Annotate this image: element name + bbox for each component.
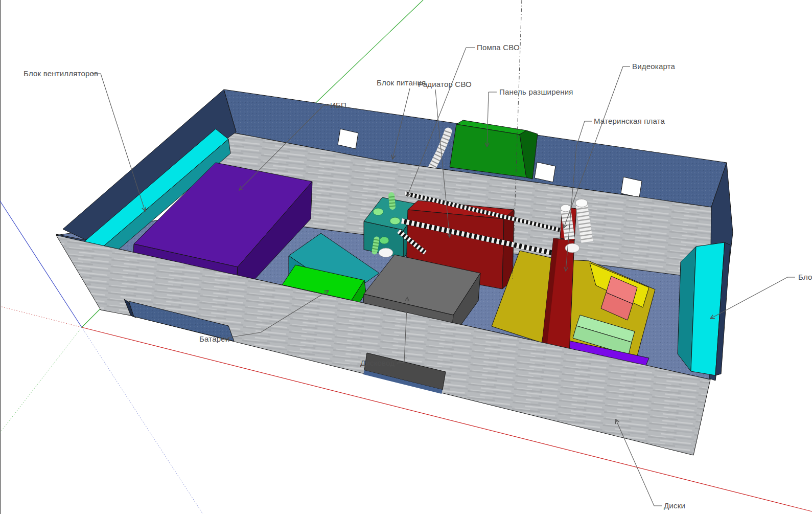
pump-port-2	[390, 217, 400, 225]
model-canvas[interactable]: Блок вентилляторов ИБП Блок питания Ради…	[0, 0, 812, 514]
pump-label[interactable]: Помпа СВО	[477, 43, 520, 52]
pump-white-cap	[379, 248, 393, 257]
fan-block-right[interactable]	[678, 242, 730, 375]
batteries-label[interactable]: Батареи	[199, 334, 229, 343]
gpu-label[interactable]: Видеокарта	[632, 62, 676, 71]
drive-label[interactable]: Дисковод	[360, 359, 395, 367]
window-left-border	[0, 0, 1, 514]
fan-block-left-label[interactable]: Блок вентилляторов	[24, 69, 98, 78]
pump-port-1	[373, 208, 383, 215]
viewport[interactable]: Блок вентилляторов ИБП Блок питания Ради…	[0, 0, 812, 514]
expansion-panel-label[interactable]: Панель разширения	[499, 87, 573, 96]
pump-port-3	[380, 237, 389, 244]
ups-label[interactable]: ИБП	[330, 101, 346, 109]
radiator-label[interactable]: Радиатор СВО	[418, 80, 472, 88]
motherboard-label[interactable]: Материнская плата	[594, 117, 665, 125]
disks-label[interactable]: Диски	[664, 501, 685, 510]
fan-block-right-label[interactable]: Блок	[798, 273, 812, 281]
